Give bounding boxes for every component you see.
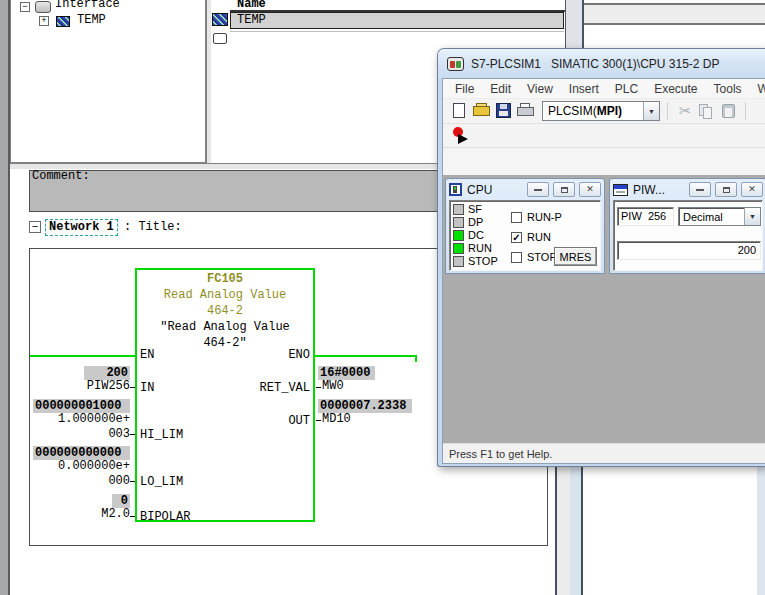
operand-hi-1[interactable]: 1.000000e+ [40, 413, 130, 426]
cpu-restore-button[interactable] [553, 182, 575, 197]
print-button[interactable] [516, 102, 536, 120]
led-sf [453, 204, 464, 215]
menu-plc[interactable]: PLC [607, 80, 646, 98]
collapse-box-icon[interactable]: − [20, 2, 30, 12]
new-file-icon [453, 103, 465, 118]
menu-view[interactable]: View [519, 80, 561, 98]
piw-panel[interactable]: PIW... ✕ PIW 256 Decimal ▼ 200 [609, 178, 765, 274]
plcsim-menubar: File Edit View Insert PLC Execute Tools … [443, 79, 765, 99]
cut-icon[interactable]: ✂ [679, 102, 692, 120]
checkbox-run[interactable]: ✓ [511, 232, 522, 243]
paste-icon [722, 104, 735, 118]
piw-address-input[interactable]: PIW 256 [617, 207, 674, 226]
declaration-tree-pane: − Interface + TEMP [10, 0, 206, 163]
copy-button[interactable] [697, 102, 717, 120]
piw-format-dropdown-icon[interactable]: ▼ [744, 208, 760, 225]
insert-variable-button[interactable] [451, 127, 471, 145]
interface-combo[interactable]: PLCSIM(MPI) ▼ [542, 101, 660, 121]
right-pane-header-band [584, 5, 765, 23]
paste-button[interactable] [719, 102, 739, 120]
table-row[interactable]: TEMP [230, 12, 564, 29]
network-title[interactable]: : Title: [124, 221, 182, 234]
block-symbol-1: "Read Analog Value [137, 321, 313, 334]
menu-file[interactable]: File [447, 80, 482, 98]
toolbar-separator-2 [745, 102, 746, 120]
checkbox-run-label: RUN [527, 231, 551, 243]
wire-en [30, 355, 136, 357]
pin-in: IN [140, 382, 154, 395]
new-file-button[interactable] [450, 102, 470, 120]
statusbar-text: Press F1 to get Help. [449, 448, 552, 460]
piw-value-field[interactable]: 200 [617, 241, 761, 260]
plcsim-titlebar[interactable]: S7-PLCSIM1 SIMATIC 300(1)\CPU 315-2 DP [438, 49, 765, 78]
tree-node-temp[interactable]: TEMP [77, 14, 106, 27]
plcsim-client: File Edit View Insert PLC Execute Tools … [442, 78, 765, 464]
cpu-panel[interactable]: CPU ✕ SF DP DC RUN [445, 178, 605, 274]
piw-panel-icon [613, 184, 628, 196]
checkbox-stop[interactable] [511, 252, 522, 263]
checkbox-run-p[interactable] [511, 212, 522, 223]
plcsim-app-icon [447, 57, 464, 71]
plcsim-window-title: S7-PLCSIM1 SIMATIC 300(1)\CPU 315-2 DP [471, 57, 720, 71]
operand-hi-2[interactable]: 003 [60, 428, 130, 441]
network-collapse-icon[interactable]: − [29, 221, 41, 233]
led-stop-label: STOP [468, 255, 498, 267]
dash-in [130, 387, 135, 388]
block-subtitle-2: 464-2 [137, 305, 313, 318]
network-label[interactable]: Network 1 [45, 219, 118, 236]
piw-format-select[interactable]: Decimal ▼ [678, 207, 761, 226]
checkbox-run-p-label: RUN-P [527, 211, 562, 223]
piw-panel-titlebar[interactable]: PIW... ✕ [610, 179, 765, 200]
mres-button[interactable]: MRES [554, 247, 597, 266]
temp-var-icon [56, 16, 70, 27]
operand-in[interactable]: PIW256 [60, 380, 130, 393]
menu-window[interactable]: Window [750, 80, 765, 98]
cpu-close-button[interactable]: ✕ [579, 182, 601, 197]
pin-hi-lim: HI_LIM [140, 429, 183, 442]
interface-icon [35, 1, 51, 13]
pin-ret-val: RET_VAL [240, 382, 310, 395]
led-run-label: RUN [468, 242, 492, 254]
plcsim-window[interactable]: S7-PLCSIM1 SIMATIC 300(1)\CPU 315-2 DP F… [437, 48, 765, 467]
menu-insert[interactable]: Insert [561, 80, 607, 98]
expand-box-icon[interactable]: + [39, 16, 49, 26]
checkbox-stop-label: STOP [527, 251, 557, 263]
piw-minimize-button[interactable] [689, 182, 711, 197]
led-dc-label: DC [468, 229, 484, 241]
operand-ret-val[interactable]: MW0 [322, 380, 344, 393]
piw-panel-body: PIW 256 Decimal ▼ 200 [613, 200, 763, 271]
operand-out[interactable]: MD10 [322, 413, 351, 426]
open-file-button[interactable] [472, 102, 492, 120]
menu-tools[interactable]: Tools [706, 80, 750, 98]
pin-eno: ENO [240, 349, 310, 362]
save-button[interactable] [494, 102, 514, 120]
operand-bipolar[interactable]: M2.0 [60, 508, 130, 521]
led-dp [453, 217, 464, 228]
menu-edit[interactable]: Edit [482, 80, 519, 98]
monitor-hi-value: 000000001000 [33, 399, 130, 413]
operand-lo-1[interactable]: 0.000000e+ [40, 460, 130, 473]
dash-ret-val [316, 387, 321, 388]
operand-lo-2[interactable]: 000 [60, 475, 130, 488]
monitor-bipolar-value: 0 [112, 494, 130, 508]
combo-dropdown-icon[interactable]: ▼ [643, 102, 659, 120]
piw-close-button[interactable]: ✕ [741, 182, 763, 197]
cpu-panel-titlebar[interactable]: CPU ✕ [446, 179, 604, 200]
toolbar-separator [667, 102, 668, 120]
monitor-ret-value: 16#0000 [318, 366, 375, 380]
dash-hi-lim [130, 434, 135, 435]
table-cell-name: TEMP [231, 14, 563, 27]
pin-out: OUT [240, 415, 310, 428]
wire-eno-end [415, 355, 417, 362]
plcsim-statusbar: Press F1 to get Help. [443, 443, 765, 463]
dash-out [316, 420, 321, 421]
tree-node-interface[interactable]: Interface [55, 0, 120, 11]
right-pane-line2 [584, 23, 765, 25]
monitor-out-value: 0000007.2338 [318, 399, 412, 413]
pin-bipolar: BIPOLAR [140, 511, 190, 524]
menu-execute[interactable]: Execute [646, 80, 705, 98]
cpu-minimize-button[interactable] [527, 182, 549, 197]
piw-restore-button[interactable] [715, 182, 737, 197]
plcsim-toolbar-2 [443, 124, 765, 148]
pin-en: EN [140, 349, 154, 362]
